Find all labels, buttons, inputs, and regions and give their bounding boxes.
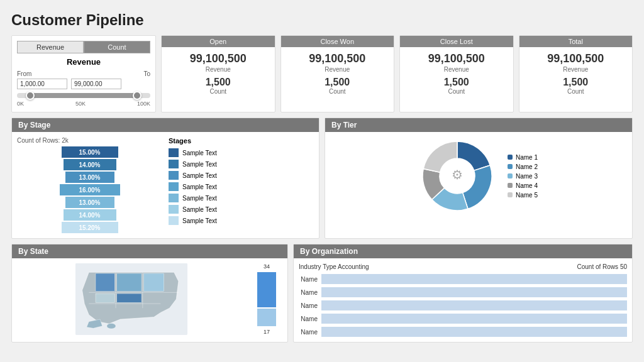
bar-bot-label: 17 (264, 329, 270, 335)
tier-label-1: Name 2 (516, 163, 538, 170)
bar-top-label: 34 (264, 263, 270, 270)
metric-value-label-3: Revenue (526, 66, 626, 73)
count-toggle[interactable]: Count (84, 41, 150, 53)
svg-rect-7 (117, 273, 142, 292)
metric-value-1: 99,100,500 (287, 52, 388, 66)
funnel-bar-2: 13.00% (65, 172, 114, 183)
legend-label-1: Sample Text (182, 161, 217, 168)
metric-count-label-1: Count (287, 88, 388, 95)
donut-area: ⚙ Name 1Name 2Name 3Name 4Name 5 (325, 132, 632, 220)
donut-chart: ⚙ (419, 138, 495, 214)
gear-icon: ⚙ (452, 168, 463, 182)
metric-header-0: Open (162, 36, 275, 47)
tier-dot-0 (508, 155, 513, 160)
funnel-bar-4: 13.00% (65, 197, 114, 208)
metric-value-label-0: Revenue (168, 66, 269, 73)
org-bar-row-0: Name (299, 274, 627, 284)
metric-cards: Open 99,100,500 Revenue 1,500 Count Clos… (161, 35, 633, 112)
tier-dot-3 (508, 183, 513, 188)
funnel-bar-3: 16.00% (60, 184, 120, 195)
metric-header-2: Close Lost (400, 36, 513, 47)
tier-label-0: Name 1 (516, 154, 538, 161)
legend-label-3: Sample Text (182, 184, 217, 190)
slider-thumb-right[interactable] (133, 91, 142, 100)
metric-card-1: Close Won 99,100,500 Revenue 1,500 Count (280, 35, 395, 112)
org-bar-row-1: Name (299, 287, 627, 297)
metric-count-label-3: Count (526, 88, 626, 95)
funnel-bar-5: 14.00% (64, 209, 116, 221)
org-bar-label-0: Name (299, 276, 318, 283)
org-bar-bg-3 (321, 314, 627, 324)
revenue-toggle[interactable]: Revenue (17, 41, 84, 53)
by-stage-body: Count of Rows: 2k 15.00%14.00%13.00%16.0… (12, 132, 319, 238)
metric-value-3: 99,100,500 (526, 52, 626, 66)
us-map (17, 263, 246, 335)
org-bar-row-3: Name (299, 314, 627, 324)
legend-label-5: Sample Text (182, 206, 217, 213)
state-bar-area: 34 17 (251, 263, 282, 335)
legend-color-3 (169, 182, 179, 191)
by-tier-header: By Tier (325, 118, 632, 132)
slider-track[interactable] (17, 93, 150, 98)
stage-legend-items: Sample TextSample TextSample TextSample … (169, 148, 314, 225)
metric-value-label-2: Revenue (406, 66, 507, 73)
org-bar-track-2 (321, 300, 627, 310)
org-bars: Name Name Name Name Name (299, 274, 627, 337)
stage-legend-item-1: Sample Text (169, 160, 314, 168)
by-stage-header: By Stage (12, 118, 319, 132)
axis-100: 100K (137, 101, 150, 107)
tier-legend-item-1: Name 2 (508, 163, 538, 170)
funnel-bar-6: 15.20% (62, 222, 118, 233)
metric-count-2: 1,500 (406, 77, 507, 88)
stage-legend-item-0: Sample Text (169, 148, 314, 157)
org-body: Industry Type Accounting Count of Rows 5… (294, 258, 632, 342)
metric-header-3: Total (519, 36, 633, 47)
svg-rect-10 (96, 293, 114, 302)
legend-label-4: Sample Text (182, 195, 217, 202)
to-input[interactable] (71, 79, 121, 89)
from-label: From (17, 70, 31, 77)
slider-thumb-left[interactable] (26, 91, 35, 100)
by-state-card: By State (11, 244, 288, 343)
stage-legend-item-6: Sample Text (169, 216, 314, 225)
by-org-header: By Organization (294, 244, 632, 258)
slider-axis: 0K 50K 100K (17, 101, 150, 107)
stage-legend-item-4: Sample Text (169, 194, 314, 202)
stage-legend-item-5: Sample Text (169, 205, 314, 214)
tier-legend-item-0: Name 1 (508, 154, 538, 161)
map-svg (17, 263, 246, 335)
metric-count-1: 1,500 (287, 77, 388, 88)
org-bar-label-1: Name (299, 289, 318, 296)
org-bar-bg-0 (321, 274, 627, 284)
toggle-buttons: Revenue Count (17, 41, 150, 53)
svg-rect-6 (96, 273, 114, 292)
by-stage-card: By Stage Count of Rows: 2k 15.00%14.00%1… (11, 118, 319, 239)
org-bar-label-4: Name (299, 329, 318, 336)
metric-card-3: Total 99,100,500 Revenue 1,500 Count (519, 35, 633, 112)
bot-row: By State (11, 244, 633, 343)
org-bar-label-3: Name (299, 315, 318, 322)
funnel-bar-0: 15.00% (62, 146, 118, 158)
legend-color-2 (169, 171, 179, 180)
stage-legend-item-3: Sample Text (169, 182, 314, 191)
by-tier-card: By Tier ⚙ Name 1Name 2Name 3Name 4Name 5 (325, 118, 633, 239)
stage-legend-title: Stages (169, 137, 314, 145)
metric-card-0: Open 99,100,500 Revenue 1,500 Count (161, 35, 275, 112)
page-title: Customer Pipeline (11, 11, 633, 29)
metric-value-0: 99,100,500 (168, 52, 269, 66)
org-bar-label-2: Name (299, 302, 318, 309)
tier-legend-item-4: Name 5 (508, 192, 538, 199)
tier-legend-item-3: Name 4 (508, 182, 538, 189)
org-bar-track-1 (321, 287, 627, 297)
range-inputs (17, 79, 150, 89)
legend-label-2: Sample Text (182, 172, 217, 179)
stage-legend-item-2: Sample Text (169, 171, 314, 180)
metric-count-0: 1,500 (168, 77, 269, 88)
from-input[interactable] (17, 79, 67, 89)
metric-value-label-1: Revenue (287, 66, 388, 73)
legend-label-0: Sample Text (182, 150, 217, 156)
filter-label: Revenue (17, 57, 150, 67)
legend-color-0 (169, 148, 179, 157)
filter-card: Revenue Count Revenue From To 0K 50K 100… (11, 35, 156, 112)
metric-count-3: 1,500 (526, 77, 626, 88)
